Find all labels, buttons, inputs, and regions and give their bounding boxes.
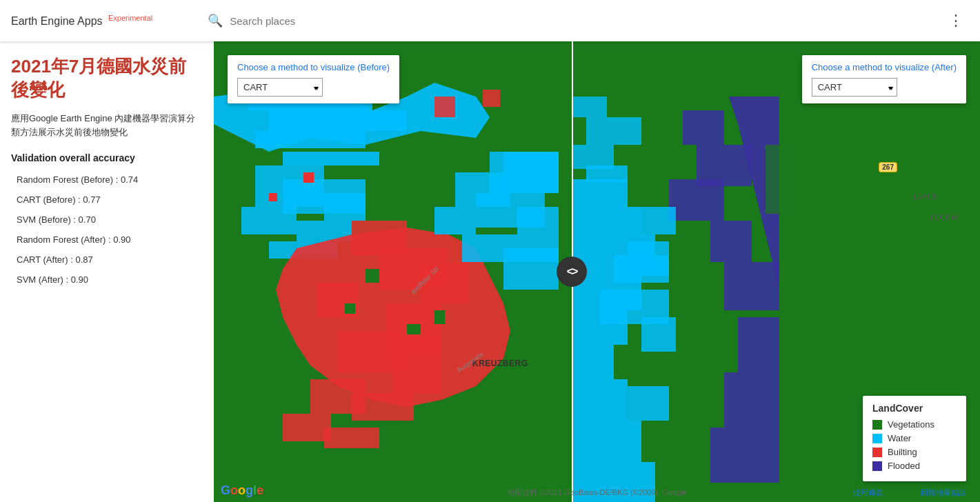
- svg-rect-30: [503, 152, 559, 193]
- swap-icon: <>: [567, 265, 577, 278]
- laach-label: LAACH: [914, 193, 939, 201]
- svg-rect-6: [283, 152, 379, 165]
- search-icon: 🔍: [208, 13, 223, 28]
- svg-rect-65: [628, 241, 669, 276]
- accuracy-item-2: SVM (Before) : 0.70: [11, 210, 203, 229]
- lochm-label: LOCHMI: [930, 214, 959, 221]
- road-267-badge: 267: [879, 162, 897, 172]
- svg-rect-64: [641, 207, 676, 234]
- svg-rect-71: [766, 145, 786, 214]
- svg-rect-60: [724, 262, 779, 310]
- svg-rect-23: [352, 393, 414, 421]
- svg-rect-74: [572, 145, 614, 169]
- svg-rect-61: [738, 317, 786, 372]
- svg-rect-21: [393, 338, 441, 393]
- legend-label-1: Water: [888, 433, 911, 443]
- svg-rect-41: [269, 193, 277, 201]
- legend-color-0: [872, 420, 882, 430]
- accuracy-item-4: CART (After) : 0.87: [11, 250, 203, 269]
- accuracy-list: Random Forest (Before) : 0.74CART (Befor…: [11, 170, 203, 289]
- svg-rect-73: [586, 117, 641, 145]
- kreuzberg-label: KREUZBERG: [472, 359, 528, 368]
- terms-link[interactable]: 使用條款: [853, 488, 883, 498]
- map-area: <> Choose a method to visualize (Before)…: [214, 41, 980, 502]
- svg-rect-24: [283, 414, 331, 441]
- search-area: 🔍: [180, 13, 943, 28]
- legend-item-2: Builting: [872, 447, 957, 457]
- svg-rect-37: [345, 303, 355, 314]
- svg-rect-63: [710, 428, 779, 483]
- svg-rect-50: [572, 421, 641, 462]
- svg-rect-49: [572, 379, 628, 421]
- svg-rect-44: [572, 207, 641, 234]
- svg-rect-38: [407, 324, 421, 334]
- app-title: Earth Engine Apps Experimental: [11, 14, 152, 28]
- accuracy-item-3: Random Forest (After) : 0.90: [11, 230, 203, 249]
- vis-box-before-title: Choose a method to visualize (Before): [237, 62, 390, 72]
- svg-rect-59: [710, 221, 752, 262]
- legend-label-3: Flooded: [888, 461, 920, 471]
- accuracy-item-5: SVM (After) : 0.90: [11, 270, 203, 289]
- accuracy-item-1: CART (Before) : 0.77: [11, 190, 203, 209]
- cart-before-select-wrap: Random Forest CART SVM ▾: [237, 78, 323, 97]
- search-input[interactable]: [230, 15, 437, 27]
- map-attribution: 地圖資料 ©2021 GeoBasis-DE/BKG (©2009), Goog…: [507, 488, 686, 498]
- legend-item-1: Water: [872, 433, 957, 443]
- google-logo: Google: [221, 483, 263, 498]
- legend-label-2: Builting: [888, 447, 917, 457]
- legend-items: VegetationsWaterBuiltingFlooded: [872, 419, 957, 471]
- vis-box-after: Choose a method to visualize (After) Ran…: [802, 55, 966, 103]
- legend-item-0: Vegetations: [872, 419, 957, 430]
- left-panel: [214, 41, 572, 502]
- validation-title: Validation overall accuracy: [11, 152, 203, 163]
- cart-before-select[interactable]: Random Forest CART SVM: [237, 78, 323, 97]
- legend-box: LandCover VegetationsWaterBuiltingFloode…: [863, 396, 966, 481]
- svg-rect-72: [572, 97, 607, 117]
- vis-box-before: Choose a method to visualize (Before) Ra…: [228, 55, 399, 103]
- svg-rect-26: [434, 207, 476, 234]
- legend-item-3: Flooded: [872, 461, 957, 471]
- legend-label-0: Vegetations: [888, 419, 934, 430]
- svg-rect-62: [724, 372, 779, 428]
- svg-rect-34: [434, 97, 455, 117]
- vis-box-after-title: Choose a method to visualize (After): [812, 62, 957, 72]
- legend-title: LandCover: [872, 403, 957, 414]
- svg-rect-48: [572, 345, 614, 379]
- left-classification-overlay: [214, 41, 572, 502]
- svg-rect-18: [421, 262, 469, 303]
- svg-rect-35: [483, 90, 500, 107]
- legend-color-2: [872, 448, 882, 457]
- app-title-text: Earth Engine Apps: [11, 15, 103, 27]
- header: Earth Engine Apps Experimental 🔍 ⋮: [0, 0, 980, 41]
- legend-color-1: [872, 434, 882, 443]
- description: 應用Google Earth Engine 內建機器學習演算分類方法展示水災前後…: [11, 112, 203, 141]
- accuracy-item-0: Random Forest (Before) : 0.74: [11, 170, 203, 189]
- svg-rect-70: [683, 41, 710, 110]
- svg-rect-33: [517, 207, 559, 262]
- svg-rect-39: [434, 310, 445, 324]
- report-link[interactable]: 回報地圖錯誤: [921, 488, 966, 498]
- svg-rect-66: [641, 317, 676, 352]
- svg-rect-56: [683, 110, 724, 145]
- more-menu-icon[interactable]: ⋮: [943, 6, 969, 35]
- cart-after-select[interactable]: Random Forest CART SVM: [812, 78, 897, 97]
- svg-rect-25: [324, 428, 379, 448]
- legend-color-3: [872, 461, 882, 471]
- svg-rect-43: [572, 179, 628, 207]
- svg-rect-11: [324, 193, 366, 221]
- swap-handle[interactable]: <>: [557, 257, 587, 287]
- svg-rect-67: [628, 386, 669, 421]
- svg-rect-40: [303, 172, 314, 183]
- cart-after-select-wrap: Random Forest CART SVM ▾: [812, 78, 897, 97]
- svg-rect-10: [241, 207, 297, 234]
- experimental-badge: Experimental: [108, 14, 152, 22]
- svg-rect-58: [669, 179, 724, 221]
- main-title: 2021年7月德國水災前後變化: [11, 55, 203, 102]
- sidebar: 2021年7月德國水災前後變化 應用Google Earth Engine 內建…: [0, 41, 214, 502]
- svg-rect-36: [366, 269, 379, 283]
